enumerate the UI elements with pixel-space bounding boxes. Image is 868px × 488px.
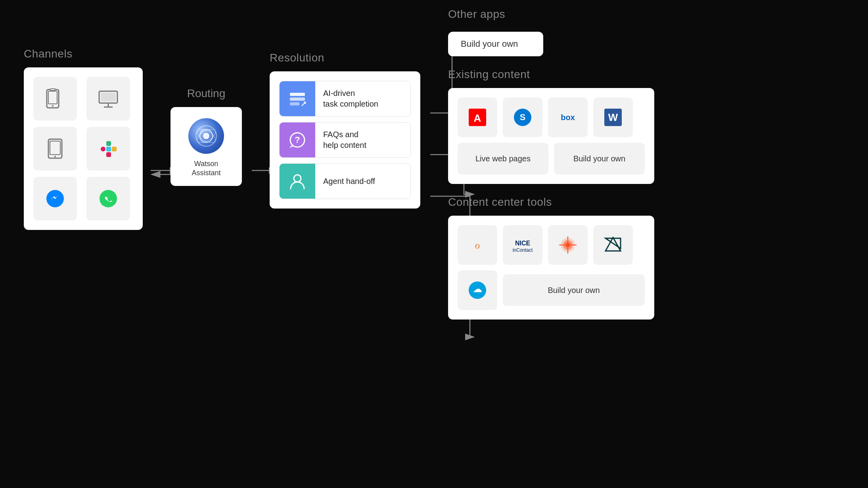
existing-second-row: Live web pages Build your own bbox=[458, 143, 645, 174]
svg-text:S: S bbox=[520, 112, 526, 122]
agent-icon-area bbox=[280, 164, 315, 199]
svg-rect-13 bbox=[48, 139, 62, 158]
box-icon: box bbox=[548, 98, 588, 137]
watson-box: WatsonAssistant bbox=[171, 107, 242, 186]
svg-text:?: ? bbox=[295, 135, 300, 145]
routing-label: Routing bbox=[171, 87, 242, 100]
svg-text:ℴ: ℴ bbox=[475, 238, 480, 251]
existing-logos-row: A S box bbox=[458, 98, 645, 137]
live-web-cell: Live web pages bbox=[458, 143, 548, 174]
content-center-build-own-cell: Build your own bbox=[503, 274, 645, 306]
watson-label: WatsonAssistant bbox=[192, 159, 220, 178]
salesforce-icon: ☁ bbox=[458, 270, 497, 310]
svg-rect-20 bbox=[106, 152, 111, 157]
svg-text:☁: ☁ bbox=[473, 284, 482, 294]
svg-text:inContact: inContact bbox=[513, 247, 533, 253]
channels-box bbox=[24, 67, 143, 230]
other-apps-section: Other apps Build your own bbox=[448, 8, 853, 56]
resolution-faq-text: FAQs andhelp content bbox=[315, 129, 374, 151]
word-icon: W bbox=[593, 98, 633, 137]
svg-point-35 bbox=[294, 175, 301, 182]
existing-content-section: Existing content A S bbox=[448, 68, 853, 184]
routing-section: Routing WatsonAssistant bbox=[171, 87, 242, 186]
content-center-second-row: ☁ Build your own bbox=[458, 270, 645, 310]
tablet-channel-icon bbox=[33, 127, 77, 170]
svg-text:box: box bbox=[561, 113, 575, 122]
resolution-box: AI-driventask completion ? FAQs andhelp … bbox=[270, 71, 420, 209]
svg-rect-28 bbox=[290, 93, 305, 96]
slack-channel-icon bbox=[86, 127, 130, 170]
content-center-build-own-label: Build your own bbox=[548, 286, 600, 295]
svg-rect-29 bbox=[290, 98, 305, 101]
nice-incontact-icon: NICE inContact bbox=[503, 225, 542, 265]
svg-point-32 bbox=[304, 101, 306, 104]
svg-rect-30 bbox=[290, 102, 299, 105]
resolution-item-ai: AI-driventask completion bbox=[279, 81, 411, 117]
channels-section: Channels bbox=[24, 48, 143, 230]
adobe-icon: A bbox=[458, 98, 497, 137]
whatsapp-channel-icon bbox=[86, 177, 130, 220]
existing-content-label: Existing content bbox=[448, 68, 853, 81]
existing-build-own-cell: Build your own bbox=[554, 143, 645, 174]
other-apps-label: Other apps bbox=[448, 8, 853, 21]
faq-icon-area: ? bbox=[280, 122, 315, 157]
sharepoint-icon: S bbox=[503, 98, 542, 137]
resolution-label: Resolution bbox=[270, 52, 420, 64]
svg-rect-19 bbox=[112, 147, 117, 151]
svg-point-25 bbox=[203, 133, 209, 139]
desktop-channel-icon bbox=[86, 77, 130, 121]
diagram-container: Channels bbox=[0, 0, 868, 488]
resolution-agent-text: Agent hand-off bbox=[315, 176, 383, 187]
resolution-section: Resolution AI-driventask completion bbox=[270, 52, 420, 209]
existing-build-own-label: Build your own bbox=[573, 154, 625, 163]
other-apps-build-label: Build your own bbox=[461, 39, 518, 49]
content-center-section: Content center tools ℴ NICE inContact bbox=[448, 196, 853, 320]
content-center-label: Content center tools bbox=[448, 196, 853, 209]
live-web-label: Live web pages bbox=[475, 154, 531, 163]
genesys-icon bbox=[548, 225, 588, 265]
svg-rect-6 bbox=[48, 91, 57, 104]
svg-text:A: A bbox=[474, 112, 481, 124]
svg-rect-12 bbox=[101, 93, 116, 101]
content-center-box: ℴ NICE inContact bbox=[448, 216, 654, 320]
resolution-item-faq: ? FAQs andhelp content bbox=[279, 122, 411, 158]
resolution-item-agent: Agent hand-off bbox=[279, 163, 411, 199]
servicenow-icon: ℴ bbox=[458, 225, 497, 265]
watson-orb bbox=[188, 118, 224, 154]
svg-text:NICE: NICE bbox=[515, 240, 531, 247]
content-center-logos-row: ℴ NICE inContact bbox=[458, 225, 645, 265]
channels-label: Channels bbox=[24, 48, 143, 60]
svg-point-15 bbox=[54, 156, 56, 157]
svg-rect-18 bbox=[106, 141, 111, 146]
svg-point-7 bbox=[52, 105, 54, 107]
phone-channel-icon bbox=[33, 77, 77, 121]
messenger-channel-icon bbox=[33, 177, 77, 220]
right-panel: Other apps Build your own Existing conte… bbox=[448, 0, 853, 320]
svg-rect-17 bbox=[106, 147, 111, 151]
existing-content-box: A S box bbox=[448, 88, 654, 184]
svg-rect-14 bbox=[50, 141, 60, 155]
zendesk-icon bbox=[593, 225, 633, 265]
svg-text:W: W bbox=[608, 111, 618, 123]
ai-icon-area bbox=[280, 81, 315, 116]
resolution-ai-text: AI-driventask completion bbox=[315, 88, 386, 109]
svg-rect-8 bbox=[50, 89, 56, 90]
svg-rect-16 bbox=[101, 147, 105, 151]
